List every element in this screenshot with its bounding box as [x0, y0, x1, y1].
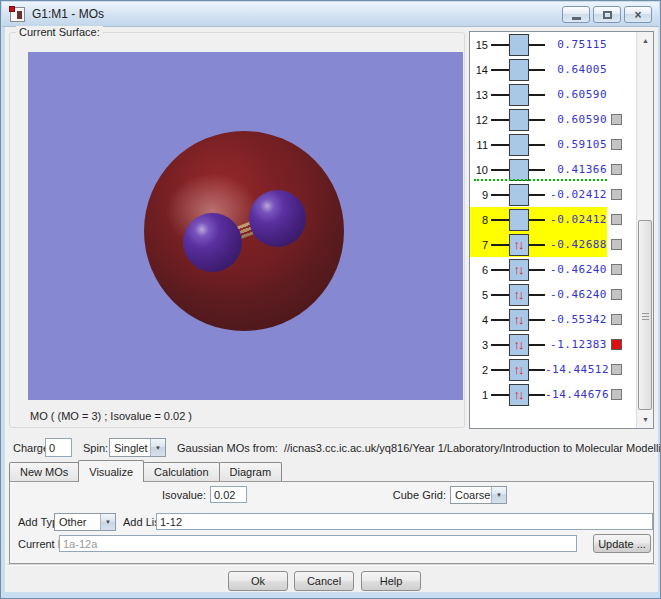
mo-row: 4↑↓-0.55342: [470, 307, 638, 332]
mo-level-line: [529, 394, 545, 396]
mo-row: 120.60590: [470, 107, 638, 132]
tab-calculation[interactable]: Calculation: [143, 462, 219, 481]
mo-energy-value: -0.46240: [545, 288, 607, 301]
nitrogen-atom-left: [183, 213, 242, 272]
mo-number: 9: [474, 189, 488, 201]
scroll-up-icon[interactable]: ▲: [637, 32, 654, 49]
mo-level-line: [491, 369, 509, 371]
mo-orbital-box-empty[interactable]: [509, 34, 529, 56]
mo-level-line: [529, 369, 545, 371]
mo-number: 7: [474, 239, 488, 251]
mo-checkbox[interactable]: [611, 364, 622, 375]
mo-row: 9-0.02412: [470, 182, 638, 207]
mo-row-line: 8-0.02412: [470, 207, 607, 232]
mo-orbital-box-empty[interactable]: [509, 134, 529, 156]
dialog-client-area: Current Surface: MO ( (MO = 3) ; Isovalu…: [5, 27, 658, 592]
isovalue-input[interactable]: [210, 486, 247, 503]
mo-orbital-box-occupied[interactable]: ↑↓: [509, 334, 529, 356]
mo-energy-value: 0.59105: [545, 138, 607, 151]
mo-level-line: [491, 219, 509, 221]
maximize-button[interactable]: [593, 6, 621, 23]
mo-energy-list: 150.75115140.64005130.60590120.60590110.…: [469, 31, 654, 429]
mo-level-line: [491, 44, 509, 46]
current-list-input[interactable]: [59, 535, 577, 552]
mo-level-line: [529, 94, 545, 96]
spin-value: Singlet: [110, 442, 150, 454]
mo-rows-container: 150.75115140.64005130.60590120.60590110.…: [470, 32, 636, 428]
mo-checkbox[interactable]: [611, 189, 622, 200]
mo-level-line: [491, 319, 509, 321]
mo-checkbox[interactable]: [611, 139, 622, 150]
charge-input[interactable]: [45, 438, 72, 457]
mos-source-path: //icnas3.cc.ic.ac.uk/yq816/Year 1/Labora…: [284, 442, 661, 454]
minimize-button[interactable]: [562, 6, 590, 23]
mo-orbital-box-empty[interactable]: [509, 184, 529, 206]
mo-checkbox[interactable]: [611, 239, 622, 250]
mo-level-line: [529, 344, 545, 346]
ok-button[interactable]: Ok: [228, 571, 288, 591]
mo-energy-value: -1.12383: [545, 338, 607, 351]
mo-level-line: [491, 344, 509, 346]
title-bar[interactable]: G1:M1 - MOs ×: [2, 2, 659, 27]
mo-checkbox[interactable]: [611, 289, 622, 300]
mo-orbital-box-occupied[interactable]: ↑↓: [509, 309, 529, 331]
mo-number: 1: [474, 389, 488, 401]
add-type-value: Other: [55, 516, 100, 528]
tab-new-mos[interactable]: New MOs: [9, 462, 79, 481]
mo-orbital-box-empty[interactable]: [509, 109, 529, 131]
mo-checkbox[interactable]: [611, 339, 622, 350]
mo-number: 12: [474, 114, 488, 126]
mo-checkbox[interactable]: [611, 264, 622, 275]
mo-level-line: [491, 94, 509, 96]
mo-row-line: 6↑↓-0.46240: [470, 257, 607, 282]
mo-orbital-box-occupied[interactable]: ↑↓: [509, 259, 529, 281]
molecule-3d-viewport[interactable]: [28, 52, 463, 400]
mo-energy-value: -0.46240: [545, 263, 607, 276]
mo-number: 13: [474, 89, 488, 101]
mo-orbital-box-empty[interactable]: [509, 159, 529, 181]
spin-dropdown[interactable]: Singlet ▼: [109, 438, 166, 457]
mo-level-line: [529, 69, 545, 71]
mo-caption: MO ( (MO = 3) ; Isovalue = 0.02 ): [30, 410, 192, 422]
mo-checkbox[interactable]: [611, 164, 622, 175]
mo-row: 7↑↓-0.42688: [470, 232, 638, 257]
cancel-button[interactable]: Cancel: [294, 571, 354, 591]
mo-level-line: [529, 144, 545, 146]
mo-energy-value: -0.55342: [545, 313, 607, 326]
close-button[interactable]: ×: [624, 6, 652, 23]
cube-grid-dropdown[interactable]: Coarse ▼: [450, 486, 507, 504]
mo-row-line: 2↑↓-14.44512: [470, 357, 607, 382]
scrollbar-thumb[interactable]: [638, 220, 652, 410]
mo-orbital-box-empty[interactable]: [509, 84, 529, 106]
mo-energy-value: -0.02412: [545, 213, 607, 226]
add-list-input[interactable]: [156, 513, 653, 530]
mo-orbital-box-occupied[interactable]: ↑↓: [509, 384, 529, 406]
mo-level-line: [529, 244, 545, 246]
mo-row: 150.75115: [470, 32, 638, 57]
mo-level-line: [529, 319, 545, 321]
mo-level-line: [529, 169, 545, 171]
mo-orbital-box-occupied[interactable]: ↑↓: [509, 359, 529, 381]
mo-level-line: [529, 44, 545, 46]
mo-checkbox[interactable]: [611, 114, 622, 125]
mo-row-line: 1↑↓-14.44676: [470, 382, 607, 407]
mo-checkbox[interactable]: [611, 389, 622, 400]
mo-checkbox[interactable]: [611, 314, 622, 325]
mo-row: 110.59105: [470, 132, 638, 157]
help-button[interactable]: Help: [361, 571, 421, 591]
scroll-down-icon[interactable]: ▼: [637, 411, 654, 428]
gaussview-app-icon: [10, 7, 25, 22]
mo-orbital-box-empty[interactable]: [509, 209, 529, 231]
mos-source-text: Gaussian MOs from: //icnas3.cc.ic.ac.uk/…: [177, 442, 661, 454]
mo-orbital-box-empty[interactable]: [509, 59, 529, 81]
maximize-icon: [603, 11, 612, 19]
mo-orbital-box-occupied[interactable]: ↑↓: [509, 284, 529, 306]
mo-list-scrollbar[interactable]: ▲ ▼: [636, 32, 653, 428]
update-button[interactable]: Update ...: [593, 534, 651, 553]
mo-row: 1↑↓-14.44676: [470, 382, 638, 407]
tab-visualize[interactable]: Visualize: [78, 460, 144, 482]
mo-checkbox[interactable]: [611, 214, 622, 225]
tab-diagram[interactable]: Diagram: [219, 462, 283, 481]
mo-orbital-box-occupied[interactable]: ↑↓: [509, 234, 529, 256]
add-type-dropdown[interactable]: Other ▼: [54, 513, 116, 531]
